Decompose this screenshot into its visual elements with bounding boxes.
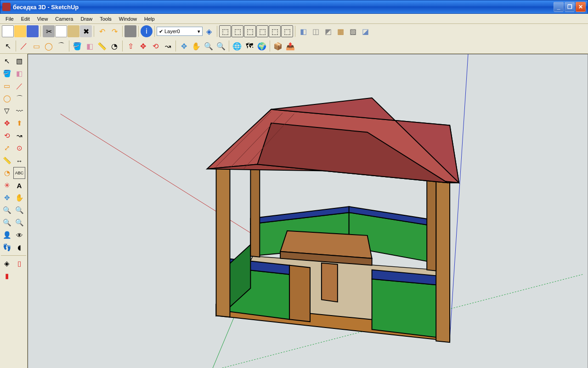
menu-edit[interactable]: Edit: [17, 15, 34, 23]
section-display-button[interactable]: ▯: [13, 258, 25, 270]
get-models-button[interactable]: 📦: [272, 40, 284, 52]
followme-button[interactable]: ↝: [13, 130, 25, 142]
view-iso-button[interactable]: ⬚: [219, 25, 231, 37]
view-back-button[interactable]: ⬚: [269, 25, 281, 37]
layer-selector[interactable]: ✔Layer0 ▾: [157, 27, 203, 36]
offset-button[interactable]: ⊙: [13, 142, 25, 154]
scale-button[interactable]: ⤢: [1, 142, 13, 154]
circle-button[interactable]: ◯: [1, 92, 13, 104]
cut-button[interactable]: ✂: [43, 25, 55, 37]
view-front-button[interactable]: ⬚: [244, 25, 256, 37]
dropdown-icon: ▾: [198, 29, 200, 34]
window-title: беседка 3D - SketchUp: [13, 4, 79, 11]
rotate-tool-button[interactable]: ⟲: [1, 130, 13, 142]
preview-ge-button[interactable]: 🗺: [243, 40, 255, 52]
menu-help[interactable]: Help: [141, 15, 158, 23]
section-button[interactable]: ◖: [13, 242, 25, 253]
view-left-button[interactable]: ⬚: [281, 25, 293, 37]
app-icon: [2, 3, 11, 11]
copy-button[interactable]: [55, 25, 67, 37]
freehand-button[interactable]: 〰: [13, 105, 25, 117]
select-tool-button[interactable]: ↖: [1, 55, 13, 67]
dimension-button[interactable]: ↔: [13, 155, 25, 167]
menu-view[interactable]: View: [34, 15, 52, 23]
pushpull-button[interactable]: ⬆: [13, 117, 25, 129]
position-cam-button[interactable]: 👤: [1, 229, 13, 241]
look-button[interactable]: 👁: [13, 229, 25, 241]
zoom-ext-button[interactable]: 🔍: [13, 204, 25, 216]
share-model-button[interactable]: 📤: [284, 40, 296, 52]
follow-me-button[interactable]: ↝: [162, 40, 174, 52]
text-button[interactable]: ABC: [13, 167, 25, 179]
erase-button[interactable]: ✖: [80, 25, 92, 37]
rect-tool-button[interactable]: ▭: [30, 40, 42, 52]
menu-tools[interactable]: Tools: [96, 15, 115, 23]
push-pull-button[interactable]: ⇧: [124, 40, 136, 52]
close-button[interactable]: ✕: [576, 2, 586, 12]
undo-button[interactable]: ↶: [96, 25, 108, 37]
3dtext-button[interactable]: A: [13, 179, 25, 191]
move-tool-button[interactable]: ✥: [137, 40, 149, 52]
view-top-button[interactable]: ⬚: [232, 25, 243, 37]
rotate-button[interactable]: ⟲: [149, 40, 161, 52]
paint-tool-button[interactable]: 🪣: [1, 68, 13, 80]
style-texture-button[interactable]: ▦: [334, 25, 346, 37]
add-location-button[interactable]: 🌐: [231, 40, 243, 52]
print-button[interactable]: [124, 25, 136, 37]
open-file-button[interactable]: [14, 25, 26, 37]
style-wire-button[interactable]: ◫: [310, 25, 322, 37]
style-mono-button[interactable]: ▨: [347, 25, 359, 37]
line-button[interactable]: ／: [13, 80, 25, 92]
paint-bucket-button[interactable]: 🪣: [71, 40, 83, 52]
rectangle-button[interactable]: ▭: [1, 80, 13, 92]
eraser-button[interactable]: ◧: [13, 68, 25, 80]
orbit-tool-button[interactable]: ✥: [1, 192, 13, 204]
orbit-button[interactable]: ✥: [178, 40, 190, 52]
view-right-button[interactable]: ⬚: [256, 25, 268, 37]
zoom-button[interactable]: 🔍: [203, 40, 215, 52]
hide-button[interactable]: ◈: [1, 258, 13, 270]
model-info-button[interactable]: i: [141, 25, 153, 37]
menu-window[interactable]: Window: [115, 15, 141, 23]
tape-tool-button[interactable]: 📏: [96, 40, 108, 52]
style-hidden-button[interactable]: ◩: [322, 25, 334, 37]
layer-manager-button[interactable]: ◈: [203, 25, 215, 37]
make-component-button[interactable]: ▧: [13, 55, 25, 67]
walk-button[interactable]: 👣: [1, 242, 13, 253]
polygon-button[interactable]: ▽: [1, 105, 13, 117]
google-earth-button[interactable]: 🌍: [256, 40, 268, 52]
menu-camera[interactable]: Camera: [51, 15, 77, 23]
axes-button[interactable]: ✳: [1, 179, 13, 191]
select-arrow-button[interactable]: ↖: [2, 40, 14, 52]
viewport-3d[interactable]: [28, 54, 588, 368]
move-button[interactable]: ✥: [1, 117, 13, 129]
zoom-extents-button[interactable]: 🔍: [215, 40, 227, 52]
minimize-button[interactable]: _: [554, 2, 564, 12]
maximize-button[interactable]: ❐: [565, 2, 575, 12]
pan-button[interactable]: ✋: [190, 40, 202, 52]
redo-button[interactable]: ↷: [108, 25, 120, 37]
style-shaded-button[interactable]: ◧: [297, 25, 309, 37]
protractor-button[interactable]: ◔: [108, 40, 120, 52]
save-button[interactable]: [27, 25, 39, 37]
style-xray-button[interactable]: ◪: [359, 25, 371, 37]
side-toolbox: ↖ ▧ 🪣 ◧ ▭ ／ ◯ ⌒ ▽ 〰 ✥ ⬆ ⟲ ↝ ⤢ ⊙ 📏 ↔ ◔ AB…: [0, 54, 28, 368]
arc-button[interactable]: ⌒: [13, 92, 25, 104]
menu-file[interactable]: File: [2, 15, 17, 23]
layer-current: Layer0: [164, 29, 180, 34]
protractor-tool-button[interactable]: ◔: [1, 167, 13, 179]
zoom-tool-button[interactable]: 🔍: [1, 204, 13, 216]
section-cuts-button[interactable]: ▮: [1, 270, 13, 282]
menu-draw[interactable]: Draw: [77, 15, 96, 23]
pan-tool-button[interactable]: ✋: [13, 192, 25, 204]
line-tool-button[interactable]: ／: [18, 40, 30, 52]
tape-measure-button[interactable]: 📏: [1, 155, 13, 167]
paste-button[interactable]: [68, 25, 79, 37]
circle-tool-button[interactable]: ◯: [43, 40, 55, 52]
next-view-button[interactable]: 🔍: [13, 217, 25, 229]
toolbar-row-2: ↖ ／ ▭ ◯ ⌒ 🪣 ◧ 📏 ◔ ⇧ ✥ ⟲ ↝ ✥ ✋ 🔍 🔍 🌐 🗺 🌍 …: [0, 39, 588, 53]
eraser-tool-button[interactable]: ◧: [84, 40, 96, 52]
prev-view-button[interactable]: 🔍: [1, 217, 13, 229]
arc-tool-button[interactable]: ⌒: [55, 40, 67, 52]
new-file-button[interactable]: [2, 25, 14, 37]
